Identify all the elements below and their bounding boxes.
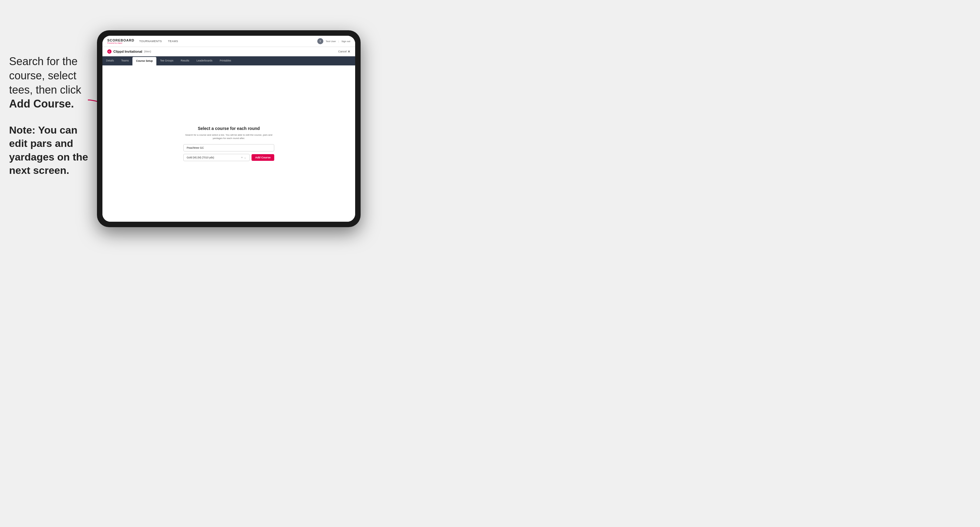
tab-bar: Details Teams Course Setup Tee Groups Re… [102, 56, 355, 65]
logo-text: SCOREBOARD [107, 38, 134, 42]
tee-select-controls: × ⌄ [241, 156, 247, 159]
nav-links: TOURNAMENTS TEAMS [139, 40, 178, 43]
tee-select-dropdown[interactable]: Gold (M) (M) (7010 yds) × ⌄ [183, 154, 250, 161]
cancel-icon[interactable]: ✕ [348, 50, 350, 54]
tablet-screen: SCOREBOARD Powered by clippd TOURNAMENTS… [102, 36, 355, 222]
top-nav-left: SCOREBOARD Powered by clippd TOURNAMENTS… [107, 38, 178, 44]
card-description: Search for a course and select a tee. Yo… [183, 133, 274, 140]
tee-clear-icon[interactable]: × [241, 156, 243, 159]
tee-select-value: Gold (M) (M) (7010 yds) [187, 156, 214, 159]
nav-tournaments[interactable]: TOURNAMENTS [139, 40, 162, 43]
tournament-title-area: C Clippd Invitational (Men) [107, 49, 151, 54]
tab-results[interactable]: Results [177, 56, 193, 65]
tournament-icon: C [107, 49, 111, 54]
separator: | [339, 40, 339, 43]
logo-area: SCOREBOARD Powered by clippd [107, 38, 134, 44]
annotation-note: Note: You can edit pars and yardages on … [9, 123, 94, 177]
tab-course-setup[interactable]: Course Setup [132, 57, 156, 65]
course-select-card: Select a course for each round Search fo… [183, 126, 274, 161]
card-title: Select a course for each round [183, 126, 274, 131]
user-name: Test User [326, 40, 336, 43]
tab-leaderboards[interactable]: Leaderboards [193, 56, 216, 65]
tablet-frame: SCOREBOARD Powered by clippd TOURNAMENTS… [97, 30, 361, 227]
tournament-name: Clippd Invitational [113, 50, 142, 53]
main-content: Select a course for each round Search fo… [102, 65, 355, 222]
cancel-button[interactable]: Cancel ✕ [338, 50, 350, 54]
tournament-badge: (Men) [144, 50, 151, 53]
annotation-area: Search for the course, select tees, then… [9, 54, 94, 177]
tab-teams[interactable]: Teams [118, 56, 132, 65]
tab-printables[interactable]: Printables [216, 56, 235, 65]
user-avatar: T [317, 38, 323, 44]
sign-out-link[interactable]: Sign out [342, 40, 350, 43]
tee-expand-icon[interactable]: ⌄ [244, 156, 247, 159]
top-nav: SCOREBOARD Powered by clippd TOURNAMENTS… [102, 36, 355, 47]
logo-sub: Powered by clippd [107, 42, 134, 44]
tournament-header: C Clippd Invitational (Men) Cancel ✕ [102, 47, 355, 56]
top-nav-right: T Test User | Sign out [317, 38, 350, 44]
tab-tee-groups[interactable]: Tee Groups [156, 56, 177, 65]
tee-select-row: Gold (M) (M) (7010 yds) × ⌄ Add Course [183, 154, 274, 161]
nav-teams[interactable]: TEAMS [168, 40, 178, 43]
annotation-main-text: Search for the course, select tees, then… [9, 54, 94, 111]
add-course-button[interactable]: Add Course [251, 154, 274, 161]
course-search-input[interactable] [183, 144, 274, 151]
tab-details[interactable]: Details [102, 56, 118, 65]
